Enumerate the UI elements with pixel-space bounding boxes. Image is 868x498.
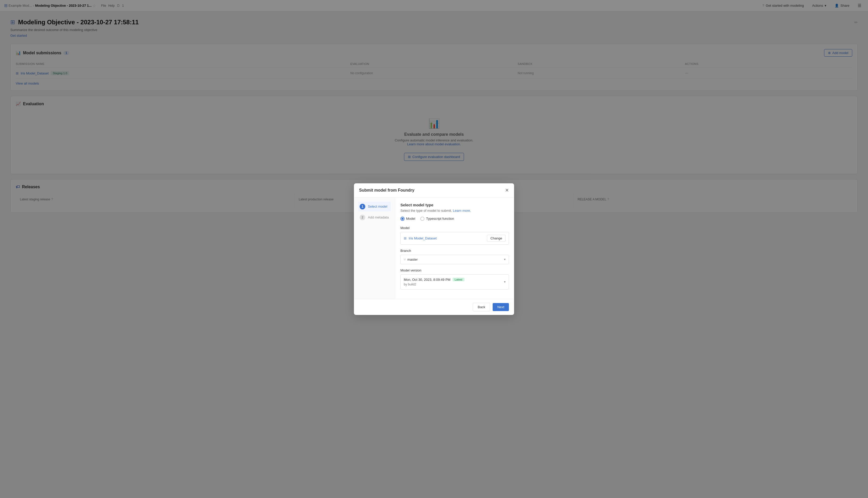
- modal-header: Submit model from Foundry ✕: [354, 183, 514, 198]
- version-chevron-icon: ▾: [504, 280, 505, 284]
- model-field-label: Model: [401, 226, 509, 230]
- radio-ts-circle: [420, 217, 424, 221]
- radio-ts-option[interactable]: Typescript function: [420, 217, 454, 221]
- modal-section-desc: Select the type of model to submit. Lear…: [401, 209, 509, 212]
- branch-dropdown[interactable]: ⑂ master ▾: [401, 255, 509, 264]
- branch-label: Branch: [401, 249, 509, 253]
- modal: Submit model from Foundry ✕ 1 Select mod…: [354, 183, 514, 315]
- branch-value: master: [407, 258, 418, 261]
- radio-model-label: Model: [406, 217, 415, 221]
- version-label: Model version: [401, 268, 509, 272]
- version-info: Mon, Oct 30, 2023, 8:09:49 PM Latest by …: [404, 278, 464, 286]
- radio-ts-label: Typescript function: [426, 217, 454, 221]
- modal-close-button[interactable]: ✕: [505, 187, 509, 193]
- branch-select-inner: ⑂ master: [404, 258, 418, 261]
- model-select-icon: ⊞: [404, 236, 407, 240]
- version-date: Mon, Oct 30, 2023, 8:09:49 PM: [404, 278, 450, 281]
- step-2-number: 2: [360, 214, 365, 220]
- chevron-down-icon: ▾: [504, 258, 505, 261]
- step-1-number: 1: [360, 204, 365, 209]
- version-dropdown[interactable]: Mon, Oct 30, 2023, 8:09:49 PM Latest by …: [401, 274, 509, 290]
- next-button[interactable]: Next: [493, 303, 509, 311]
- modal-section-title: Select model type: [401, 203, 509, 207]
- latest-badge: Latest: [452, 278, 464, 281]
- version-sub: by build2: [404, 283, 464, 286]
- step-1-label: Select model: [368, 205, 387, 208]
- model-selected-name: Iris Model_Dataset: [409, 236, 437, 240]
- modal-title: Submit model from Foundry: [359, 188, 415, 193]
- branch-icon: ⑂: [404, 258, 406, 261]
- step-2-label: Add metadata: [368, 215, 389, 219]
- branch-field: Branch ⑂ master ▾: [401, 249, 509, 264]
- model-select-inner: ⊞ Iris Model_Dataset: [404, 236, 437, 240]
- change-model-button[interactable]: Change: [487, 235, 505, 242]
- step-1[interactable]: 1 Select model: [358, 202, 391, 211]
- version-field: Model version Mon, Oct 30, 2023, 8:09:49…: [401, 268, 509, 290]
- step-2[interactable]: 2 Add metadata: [358, 212, 391, 222]
- radio-model-circle: [401, 217, 405, 221]
- version-top: Mon, Oct 30, 2023, 8:09:49 PM Latest: [404, 278, 464, 281]
- back-button[interactable]: Back: [473, 303, 490, 311]
- modal-body: 1 Select model 2 Add metadata Select mod…: [354, 198, 514, 299]
- modal-footer: Back Next: [354, 299, 514, 315]
- radio-group: Model Typescript function: [401, 217, 509, 221]
- modal-sidebar: 1 Select model 2 Add metadata: [354, 198, 395, 299]
- modal-main: Select model type Select the type of mod…: [395, 198, 514, 299]
- learn-more-link[interactable]: Learn more.: [453, 209, 471, 212]
- model-field: Model ⊞ Iris Model_Dataset Change: [401, 226, 509, 245]
- model-select-box: ⊞ Iris Model_Dataset Change: [401, 232, 509, 245]
- modal-overlay[interactable]: Submit model from Foundry ✕ 1 Select mod…: [0, 0, 868, 498]
- radio-model-option[interactable]: Model: [401, 217, 415, 221]
